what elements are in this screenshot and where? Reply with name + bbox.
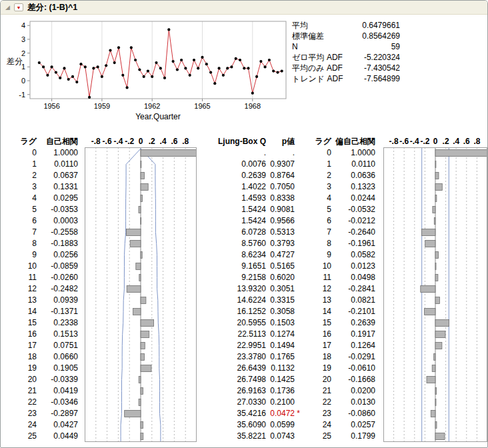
acf-cell: -0.0346 [37, 397, 78, 408]
top-section: 1956195919621965196843210-1 差分 Year.Quar… [1, 15, 487, 135]
lag-cell: 2 [6, 170, 37, 181]
ljung-box-q-cell: 1.5424 [202, 204, 266, 215]
scale-tick-label: .4 [160, 136, 167, 147]
ljung-box-q-cell: 6.0728 [202, 227, 266, 238]
ljung-box-q-cell: 27.0330 [202, 397, 266, 408]
p-value-cell: 0.3051 [266, 283, 301, 295]
lag-cell: 24 [301, 419, 331, 431]
p-value-cell: 0.1503 [266, 317, 301, 329]
pacf-cell: -0.2101 [331, 306, 375, 317]
lag-cell: 4 [6, 193, 37, 204]
lag-cell: 14 [6, 306, 37, 317]
p-value-cell: 0.3315 [266, 295, 301, 306]
acf-cell: -0.2558 [37, 227, 78, 238]
scale-tick-label: -.6 [399, 136, 409, 147]
p-value-cell: 0.0472* [266, 408, 301, 419]
acf-cell: 0.0003 [37, 215, 78, 227]
lag2-header: ラグ [301, 136, 331, 147]
stat-value: -7.430542 [353, 63, 400, 73]
lag-cell: 2 [301, 170, 331, 181]
p-value-cell: 0.9307 [266, 159, 301, 170]
acf-cell: 0.2338 [37, 317, 78, 329]
scale-tick-label: 0 [139, 136, 143, 147]
scale-tick-label: .6 [171, 136, 177, 147]
ljung-box-q-cell: 8.5760 [202, 238, 266, 249]
pacf-cell: 0.0110 [331, 159, 375, 170]
p-value-cell: 0.1425 [266, 374, 301, 385]
stat-value: 0.6479661 [353, 20, 400, 31]
stats-table: 平均0.6479661標準偏差0.8564269N59ゼロ平均 ADF-5.22… [292, 20, 400, 84]
stat-label: 平均 [292, 20, 353, 31]
pacf-cell: 0.1264 [331, 340, 375, 351]
stat-value: 0.8564269 [353, 31, 400, 41]
significance-asterisk: * [297, 408, 300, 419]
p-value-cell: 0.0599 [266, 419, 301, 431]
pacf-cell: -0.2640 [331, 227, 375, 238]
ljung-box-q-cell: 14.6224 [202, 295, 266, 306]
stat-label: ゼロ平均 ADF [292, 52, 353, 63]
lag-cell: 14 [301, 306, 331, 317]
lag-cell: 25 [301, 431, 331, 442]
p-value-cell: 0.1132 [266, 363, 301, 374]
p-value-cell: 0.8338 [266, 193, 301, 204]
p-value-cell: 0.3793 [266, 238, 301, 249]
scale-tick-label: -.2 [420, 136, 429, 147]
scale-tick-label: .8 [473, 136, 480, 147]
p-value-header: p値 [266, 136, 301, 147]
lag-cell: 19 [301, 363, 331, 374]
acf-cell: -0.1883 [37, 238, 78, 249]
acf-cell: 0.0939 [37, 295, 78, 306]
p-value-cell: 0.1765 [266, 351, 301, 363]
pacf-cell: 0.0636 [331, 170, 375, 181]
pacf-cell: 0.0130 [331, 397, 375, 408]
lag-cell: 12 [301, 283, 331, 295]
lag-cell: 12 [6, 283, 37, 295]
red-triangle-menu-button[interactable]: ▼ [14, 3, 23, 11]
stat-value: 59 [353, 41, 400, 52]
lag-cell: 23 [301, 408, 331, 419]
pacf-cell: 0.2639 [331, 317, 375, 329]
ljung-box-q-cell: 8.6234 [202, 249, 266, 261]
acf-cell: 0.0449 [37, 431, 78, 442]
stat-row: 平均のみ ADF-7.430542 [292, 63, 400, 73]
lag-header: ラグ [6, 136, 37, 147]
pacf-cell: 0.0821 [331, 295, 375, 306]
p-value-cell: 0.4727 [266, 249, 301, 261]
x-axis-label: Year.Quarter [30, 112, 286, 121]
pacf-cell: 0.1799 [331, 431, 375, 442]
svg-text:3: 3 [21, 35, 25, 43]
ljung-box-q-cell: 13.9320 [202, 283, 266, 295]
acf-cell: 0.0427 [37, 419, 78, 431]
lag-cell: 17 [6, 340, 37, 351]
svg-text:1959: 1959 [94, 102, 110, 110]
pacf-cell: 1.0000 [331, 147, 375, 159]
acf-cell: 0.0256 [37, 249, 78, 261]
lag-cell: 16 [301, 329, 331, 340]
q-p-values-grid: ..01.00000.00760.930710.01100.26390.8764… [202, 147, 375, 442]
lag-cell: 9 [6, 249, 37, 261]
lag-cell: 17 [301, 340, 331, 351]
lag-cell: 11 [301, 272, 331, 283]
stat-label: トレンド ADF [292, 73, 353, 84]
pacf-cell: -0.0291 [331, 351, 375, 363]
pacf-chart-scale: -.8-.6-.4-.20.2.4.6.8 [383, 136, 487, 147]
pacf-cell: 0.0123 [331, 261, 375, 272]
disclosure-triangle-icon[interactable]: ◢ [5, 5, 10, 11]
pacf-cell: 0.1917 [331, 329, 375, 340]
ljung-box-q-cell: 9.1651 [202, 261, 266, 272]
ljung-box-q-cell: 1.4593 [202, 193, 266, 204]
pacf-cell: -0.0610 [331, 363, 375, 374]
svg-text:1962: 1962 [144, 102, 160, 110]
pacf-cell: 0.1323 [331, 181, 375, 193]
p-value-cell: 0.5313 [266, 227, 301, 238]
acf-cell: 0.0637 [37, 170, 78, 181]
acf-cell: 0.1331 [37, 181, 78, 193]
acf-number-columns: ラグ 自己相関 01.000010.011020.063730.133140.0… [6, 136, 78, 442]
lag-cell: 1 [6, 159, 37, 170]
lag-cell: 5 [301, 204, 331, 215]
pacf-cell: -0.1961 [331, 238, 375, 249]
pacf-chart-column: -.8-.6-.4-.20.2.4.6.8 [383, 136, 487, 442]
stat-value: -7.564899 [353, 73, 400, 84]
pacf-header: 偏自己相関 [331, 136, 375, 147]
pacf-cell: -0.0212 [331, 215, 375, 227]
